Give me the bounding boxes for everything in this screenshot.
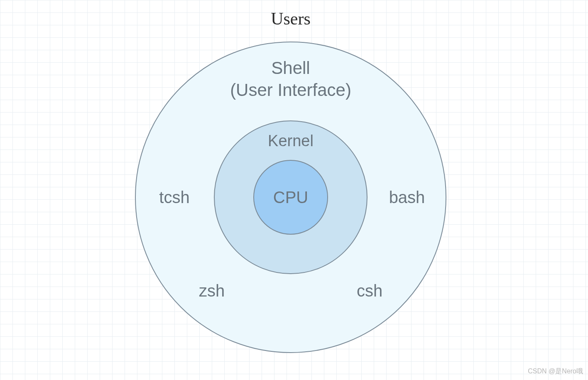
shell-zsh-label: zsh <box>199 280 225 301</box>
cpu-label: CPU <box>273 187 308 208</box>
shell-label-line1: Shell <box>271 58 310 78</box>
shell-tcsh-label: tcsh <box>159 187 189 208</box>
watermark: CSDN @是Nero哦 <box>528 367 583 376</box>
shell-csh-label: csh <box>357 280 382 301</box>
shell-architecture-diagram: Users Shell (User Interface) Kernel CPU … <box>0 0 588 380</box>
shell-label-line2: (User Interface) <box>230 80 351 99</box>
shell-label: Shell (User Interface) <box>230 57 351 101</box>
kernel-label: Kernel <box>268 131 314 151</box>
diagram-title: Users <box>271 9 311 29</box>
shell-bash-label: bash <box>389 187 425 208</box>
